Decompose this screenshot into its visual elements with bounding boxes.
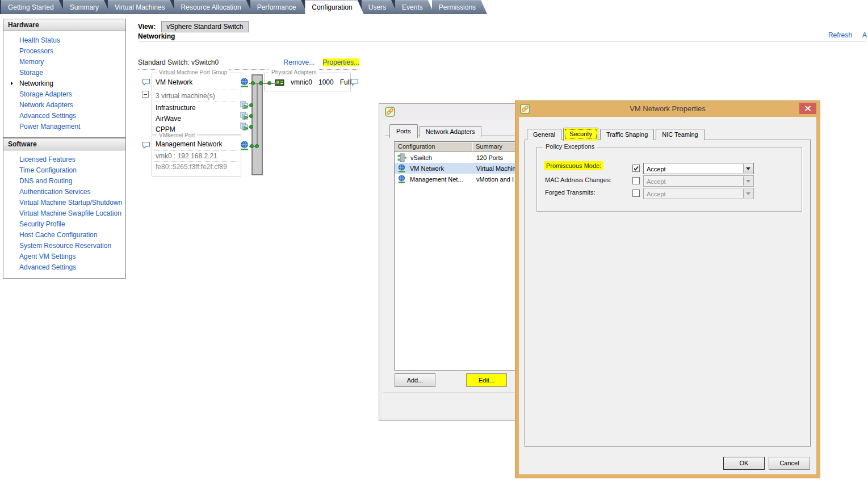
- add-button[interactable]: Add...: [395, 373, 435, 387]
- sidebar-item-vm-swapfile-location[interactable]: Virtual Machine Swapfile Location: [3, 208, 125, 219]
- promiscuous-mode-checkbox[interactable]: [632, 165, 640, 172]
- tab-configuration[interactable]: Configuration: [305, 0, 363, 14]
- ipv6-address: fe80::5265:f3ff:fe2f:cf89: [156, 163, 227, 171]
- sidebar-item-system-resource-reservation[interactable]: System Resource Reservation: [3, 241, 125, 251]
- sidebar-item-time-configuration[interactable]: Time Configuration: [3, 165, 125, 176]
- sidebar-item-authentication-services[interactable]: Authentication Services: [3, 187, 125, 197]
- column-configuration[interactable]: Configuration: [395, 142, 472, 151]
- view-tab-bar: Getting Started Summary Virtual Machines…: [0, 0, 399, 14]
- physical-adapters-box: Physical Adapters vmnic0 1000 Full: [264, 73, 351, 91]
- tab-events[interactable]: Events: [395, 0, 434, 14]
- sidebar-item-host-cache-configuration[interactable]: Host Cache Configuration: [3, 230, 125, 241]
- virtual-machine-icon: [240, 101, 249, 110]
- tab-users[interactable]: Users: [362, 0, 397, 14]
- row-config: vSwitch: [410, 154, 432, 161]
- network-globe-icon: [240, 78, 249, 87]
- view-selector-row: View: vSphere Standard Switch: [138, 21, 249, 32]
- adapter-name: vmnic0: [291, 78, 312, 86]
- dropdown-arrow-icon: [743, 189, 753, 198]
- promiscuous-mode-select[interactable]: Accept: [643, 163, 754, 174]
- network-globe-icon: [397, 175, 406, 183]
- cancel-button[interactable]: Cancel: [769, 457, 810, 470]
- dialog-title-bar: VM Network Properties: [515, 101, 820, 117]
- hardware-panel-title: Hardware: [3, 19, 125, 31]
- tab-network-adapters[interactable]: Network Adapters: [420, 126, 481, 137]
- tab-performance[interactable]: Performance: [250, 0, 308, 14]
- sidebar-item-storage-adapters[interactable]: Storage Adapters: [3, 89, 125, 100]
- divider: [154, 161, 238, 162]
- tab-permissions[interactable]: Permissions: [432, 0, 487, 14]
- sidebar-item-vm-startup-shutdown[interactable]: Virtual Machine Startup/Shutdown: [3, 197, 125, 208]
- port-dot: [249, 125, 253, 129]
- ok-button[interactable]: OK: [723, 457, 765, 470]
- vm-name-airwave: AirWave: [156, 115, 181, 123]
- policy-exceptions-label: Policy Exceptions: [543, 143, 597, 150]
- vsphere-client-screen: Getting Started Summary Virtual Machines…: [0, 0, 868, 484]
- port-dot: [255, 144, 259, 148]
- refresh-link[interactable]: Refresh: [828, 31, 852, 39]
- sidebar-item-storage[interactable]: Storage: [3, 68, 125, 78]
- active-item-arrow-icon: [11, 82, 13, 85]
- network-globe-icon: [240, 141, 249, 150]
- sidebar-item-memory[interactable]: Memory: [3, 57, 125, 68]
- forged-transmits-label: Forged Transmits:: [545, 189, 596, 196]
- sidebar-item-advanced-settings[interactable]: Advanced Settings: [3, 111, 125, 121]
- sidebar-item-dns-and-routing[interactable]: DNS and Routing: [3, 176, 125, 187]
- software-panel: Software Licensed Features Time Configur…: [3, 138, 126, 279]
- vm-network-note-icon[interactable]: [142, 78, 150, 86]
- tab-getting-started[interactable]: Getting Started: [1, 0, 65, 14]
- tab-nic-teaming[interactable]: NIC Teaming: [656, 129, 704, 140]
- sidebar-item-agent-vm-settings[interactable]: Agent VM Settings: [3, 251, 125, 262]
- divider: [154, 90, 238, 90]
- sidebar-item-label: Networking: [19, 79, 53, 87]
- tab-virtual-machines[interactable]: Virtual Machines: [108, 0, 177, 14]
- sidebar-item-power-management[interactable]: Power Management: [3, 121, 125, 132]
- view-vsphere-standard-switch-button[interactable]: vSphere Standard Switch: [161, 21, 248, 32]
- software-panel-title: Software: [3, 138, 125, 150]
- forged-transmits-checkbox[interactable]: [632, 190, 640, 197]
- selected-value: Accept: [647, 166, 666, 172]
- remove-link[interactable]: Remove...: [284, 58, 315, 66]
- vm-network-properties-dialog: VM Network Properties General Security T…: [515, 101, 820, 478]
- standard-switch-row: Standard Switch: vSwitch0 Remove... Prop…: [138, 58, 359, 66]
- mac-address-changes-select: Accept: [643, 175, 754, 187]
- virtual-machine-icon: [240, 112, 249, 121]
- sidebar-item-health-status[interactable]: Health Status: [3, 35, 125, 46]
- sidebar-item-licensed-features[interactable]: Licensed Features: [3, 154, 125, 165]
- management-network-note-icon[interactable]: [142, 141, 150, 149]
- sidebar-item-advanced-settings-sw[interactable]: Advanced Settings: [3, 262, 125, 273]
- sidebar-item-processors[interactable]: Processors: [3, 46, 125, 57]
- vsphere-app-icon: [385, 107, 395, 117]
- mac-address-changes-checkbox[interactable]: [632, 177, 640, 184]
- close-icon[interactable]: [799, 103, 816, 114]
- hardware-panel: Hardware Health Status Processors Memory…: [3, 19, 126, 138]
- tab-security[interactable]: Security: [563, 128, 598, 141]
- dropdown-arrow-icon[interactable]: [743, 164, 753, 173]
- tab-ports[interactable]: Ports: [389, 124, 418, 138]
- physical-adapters-label: Physical Adapters: [269, 69, 319, 75]
- vmk-address: vmk0 : 192.168.2.21: [156, 152, 217, 160]
- properties-link[interactable]: Properties...: [322, 58, 359, 66]
- tab-summary[interactable]: Summary: [63, 0, 110, 14]
- port-dot: [249, 103, 253, 107]
- header-divider: [138, 41, 866, 41]
- sidebar-item-security-profile[interactable]: Security Profile: [3, 219, 125, 230]
- selected-value: Accept: [647, 178, 666, 185]
- edit-button[interactable]: Edit...: [466, 373, 507, 387]
- row-config: VM Network: [410, 165, 444, 172]
- tab-general[interactable]: General: [527, 129, 561, 140]
- vmkernel-port-box: VMkernel Port Management Network vmk0 : …: [152, 136, 241, 176]
- tab-traffic-shaping[interactable]: Traffic Shaping: [600, 129, 654, 140]
- adapter-note-icon[interactable]: [350, 78, 359, 86]
- tab-resource-allocation[interactable]: Resource Allocation: [174, 0, 253, 14]
- promiscuous-mode-label: Promiscuous Mode:: [544, 161, 603, 170]
- sidebar-item-network-adapters[interactable]: Network Adapters: [3, 100, 125, 111]
- vm-port-group-label: Virtual Machine Port Group: [157, 69, 229, 75]
- policy-exceptions-group: Policy Exceptions Promiscuous Mode: Acce…: [536, 147, 802, 212]
- divider: [154, 102, 238, 102]
- collapse-vms-icon[interactable]: [142, 91, 149, 98]
- sidebar-item-networking[interactable]: Networking: [3, 78, 125, 89]
- add-networking-link-truncated[interactable]: A: [862, 31, 867, 39]
- vm-port-group-box: Virtual Machine Port Group VM Network 3 …: [152, 73, 241, 135]
- vswitch-diagram: Virtual Machine Port Group VM Network 3 …: [138, 71, 366, 182]
